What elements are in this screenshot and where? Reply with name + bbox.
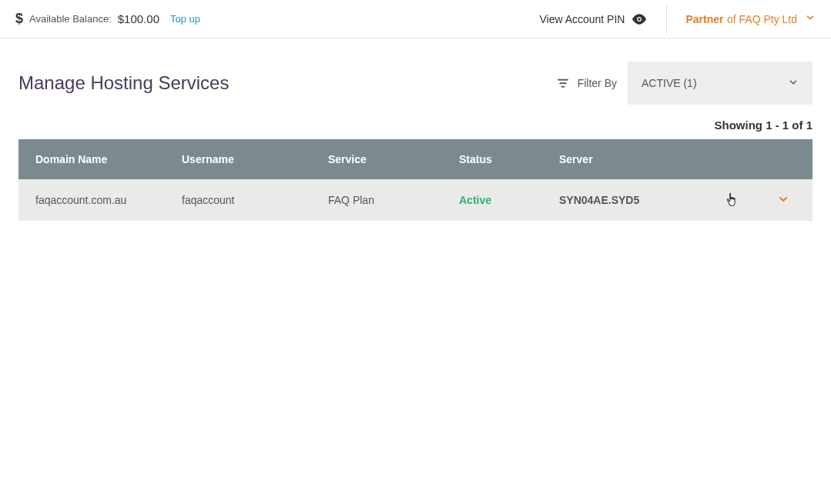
pagination-summary: Showing 1 - 1 of 1 — [18, 118, 813, 132]
svg-point-1 — [638, 18, 641, 20]
svg-rect-4 — [561, 86, 565, 88]
pointer-cursor-icon — [725, 192, 739, 209]
view-pin-label: View Account PIN — [539, 13, 625, 25]
balance-section: $ Available Balance: $100.00 Top up — [15, 11, 200, 27]
topbar-right: View Account PIN Partner of FAQ Pty Ltd — [539, 5, 816, 34]
th-domain: Domain Name — [18, 153, 173, 165]
filter-by-label: Filter By — [578, 77, 617, 89]
td-domain: faqaccount.com.au — [18, 194, 173, 206]
view-account-pin[interactable]: View Account PIN — [539, 11, 648, 28]
td-actions — [704, 192, 813, 209]
balance-amount: $100.00 — [118, 12, 159, 25]
eye-icon — [631, 11, 648, 28]
page-title: Manage Hosting Services — [18, 72, 229, 94]
expand-row-button[interactable] — [777, 193, 789, 208]
chevron-down-icon — [788, 77, 799, 90]
page-header: Manage Hosting Services Filter By ACTIVE… — [18, 62, 813, 105]
divider — [666, 5, 667, 34]
partner-dropdown[interactable]: Partner of FAQ Pty Ltd — [685, 12, 816, 26]
td-server: SYN04AE.SYD5 — [550, 194, 704, 206]
content: Manage Hosting Services Filter By ACTIVE… — [0, 38, 831, 221]
svg-rect-2 — [558, 79, 568, 81]
th-server: Server — [550, 153, 704, 165]
filter-icon — [556, 76, 570, 90]
td-status: Active — [450, 194, 550, 206]
balance-label: Available Balance: — [29, 13, 112, 25]
services-table: Domain Name Username Service Status Serv… — [18, 139, 813, 221]
dollar-icon: $ — [15, 11, 23, 27]
topup-link[interactable]: Top up — [170, 13, 200, 25]
th-status: Status — [450, 153, 550, 165]
filter-selected-value: ACTIVE (1) — [642, 77, 697, 89]
chevron-down-icon — [805, 12, 816, 26]
table-header-row: Domain Name Username Service Status Serv… — [18, 139, 813, 179]
filter-area: Filter By ACTIVE (1) — [556, 62, 813, 105]
td-username: faqaccount — [173, 194, 319, 206]
th-service: Service — [319, 153, 450, 165]
partner-label-rest2: of FAQ Pty Ltd — [727, 13, 797, 25]
table-row[interactable]: faqaccount.com.au faqaccount FAQ Plan Ac… — [18, 179, 813, 221]
partner-label-bold: Partner — [685, 13, 723, 25]
filter-select[interactable]: ACTIVE (1) — [628, 62, 813, 105]
topbar: $ Available Balance: $100.00 Top up View… — [0, 0, 831, 38]
filter-label-group: Filter By — [556, 76, 617, 90]
th-username: Username — [173, 153, 319, 165]
td-service: FAQ Plan — [319, 194, 450, 206]
server-value: SYN04AE.SYD5 — [559, 194, 639, 206]
status-badge: Active — [459, 194, 491, 206]
svg-rect-3 — [559, 82, 566, 84]
